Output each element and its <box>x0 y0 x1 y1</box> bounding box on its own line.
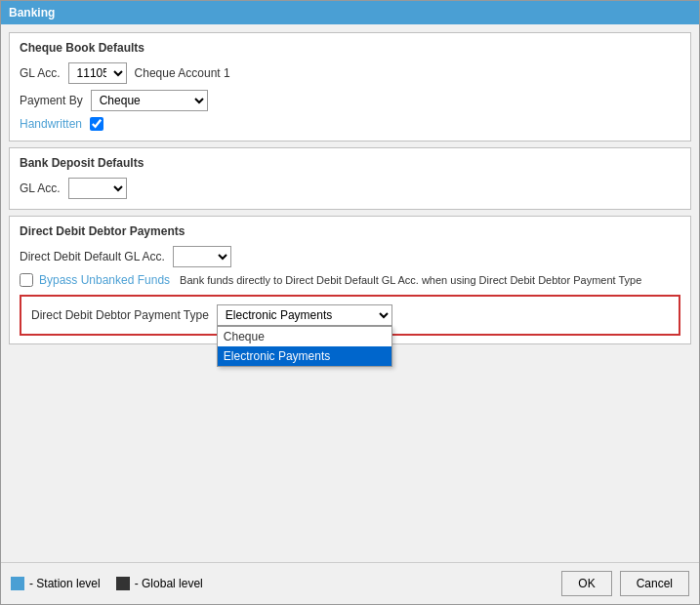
bank-deposit-section: Bank Deposit Defaults GL Acc. <box>9 147 691 210</box>
gl-acc-label: GL Acc. <box>20 66 61 80</box>
global-level-legend: - Global level <box>116 577 203 590</box>
payment-by-select[interactable]: Cheque <box>91 90 208 111</box>
dropdown-option-electronic[interactable]: Electronic Payments <box>218 346 391 366</box>
station-level-color <box>11 577 24 590</box>
cheque-defaults-section: Cheque Book Defaults GL Acc. 11105 Chequ… <box>9 32 691 141</box>
bypass-label: Bypass Unbanked Funds <box>39 273 170 287</box>
global-level-color <box>116 577 130 590</box>
station-level-legend: - Station level <box>11 577 101 590</box>
gl-acc-row: GL Acc. 11105 Cheque Account 1 <box>20 62 680 84</box>
cheque-defaults-title: Cheque Book Defaults <box>20 41 680 55</box>
bypass-checkbox[interactable] <box>20 273 33 287</box>
dd-gl-acc-row: Direct Debit Default GL Acc. <box>20 246 680 267</box>
bank-gl-acc-label: GL Acc. <box>20 182 61 195</box>
cheque-account-label: Cheque Account 1 <box>135 66 230 80</box>
main-content: Cheque Book Defaults GL Acc. 11105 Chequ… <box>1 24 699 562</box>
dd-gl-acc-select[interactable] <box>173 246 231 267</box>
dropdown-option-cheque[interactable]: Cheque <box>218 327 391 346</box>
station-level-label: - Station level <box>29 577 101 590</box>
payment-type-dropdown-container: Electronic Payments Cheque Electronic Pa… <box>217 304 392 326</box>
handwritten-row: Handwritten <box>20 117 680 131</box>
direct-debit-section: Direct Debit Debtor Payments Direct Debi… <box>9 216 691 344</box>
bypass-row: Bypass Unbanked Funds Bank funds directl… <box>20 273 680 287</box>
title-bar: Banking <box>1 1 699 24</box>
gl-acc-select[interactable]: 11105 <box>68 62 127 84</box>
global-level-label: - Global level <box>135 577 203 590</box>
bank-deposit-title: Bank Deposit Defaults <box>20 156 680 170</box>
payment-type-select[interactable]: Electronic Payments <box>217 304 392 326</box>
cancel-button[interactable]: Cancel <box>620 571 689 596</box>
footer: - Station level - Global level OK Cancel <box>1 562 699 604</box>
payment-type-dropdown-list: Cheque Electronic Payments <box>217 326 392 367</box>
bank-gl-acc-row: GL Acc. <box>20 178 680 199</box>
bypass-info: Bank funds directly to Direct Debit Defa… <box>180 274 641 286</box>
direct-debit-title: Direct Debit Debtor Payments <box>20 224 680 238</box>
footer-buttons: OK Cancel <box>561 571 689 596</box>
handwritten-checkbox[interactable] <box>90 117 103 131</box>
window-title: Banking <box>9 6 55 20</box>
payment-type-section: Direct Debit Debtor Payment Type Electro… <box>20 295 680 336</box>
dd-gl-acc-label: Direct Debit Default GL Acc. <box>20 250 165 263</box>
banking-window: Banking Cheque Book Defaults GL Acc. 111… <box>0 0 700 605</box>
payment-type-label: Direct Debit Debtor Payment Type <box>31 308 209 322</box>
handwritten-label: Handwritten <box>20 117 82 131</box>
payment-by-row: Payment By Cheque <box>20 90 680 111</box>
bank-gl-acc-select[interactable] <box>68 178 127 199</box>
payment-type-row: Direct Debit Debtor Payment Type Electro… <box>31 304 669 326</box>
payment-by-label: Payment By <box>20 94 83 107</box>
ok-button[interactable]: OK <box>561 571 611 596</box>
